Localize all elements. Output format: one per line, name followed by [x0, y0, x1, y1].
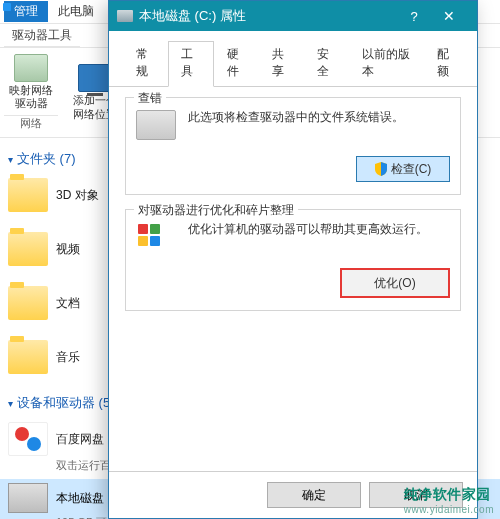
folders-header-label: 文件夹 (7): [17, 150, 76, 168]
item-label: 百度网盘: [56, 431, 104, 448]
chevron-down-icon: ▾: [8, 398, 13, 409]
tab-security[interactable]: 安全: [304, 41, 349, 86]
tab-tools[interactable]: 工具: [168, 41, 213, 87]
drive-icon: [117, 10, 133, 22]
ribbon-subtab-drivetools[interactable]: 驱动器工具: [4, 25, 80, 47]
folder-icon: [8, 286, 48, 320]
check-button[interactable]: 检查(C): [356, 156, 450, 182]
tab-sharing[interactable]: 共享: [259, 41, 304, 86]
ribbon-context-label: 此电脑: [48, 1, 104, 22]
tab-general[interactable]: 常规: [123, 41, 168, 86]
baidu-icon: [8, 422, 48, 456]
dialog-pane: 查错 此选项将检查驱动器中的文件系统错误。 检查(C) 对驱动器进行优化和碎片整…: [109, 87, 477, 471]
drive-icon: [14, 54, 48, 82]
folder-icon: [8, 178, 48, 212]
dialog-tabs: 常规 工具 硬件 共享 安全 以前的版本 配额: [109, 31, 477, 87]
check-text: 此选项将检查驱动器中的文件系统错误。: [188, 108, 450, 127]
drive-icon: [8, 483, 48, 513]
help-button[interactable]: ?: [399, 9, 429, 24]
item-label: 音乐: [56, 349, 80, 366]
optimize-button[interactable]: 优化(O): [340, 268, 450, 298]
optimize-text: 优化计算机的驱动器可以帮助其更高效运行。: [188, 220, 450, 239]
optimize-group: 对驱动器进行优化和碎片整理 优化计算机的驱动器可以帮助其更高效运行。 优化(O): [125, 209, 461, 311]
dialog-title: 本地磁盘 (C:) 属性: [139, 7, 246, 25]
optimize-button-label: 优化(O): [374, 275, 415, 292]
hdd-icon: [136, 110, 176, 140]
shield-icon: [375, 162, 387, 176]
ok-button[interactable]: 确定: [267, 482, 361, 508]
defrag-icon: [136, 222, 176, 252]
check-legend: 查错: [134, 90, 166, 107]
dialog-titlebar[interactable]: 本地磁盘 (C:) 属性 ? ✕: [109, 1, 477, 31]
watermark-url: www.yidaimei.com: [404, 504, 494, 515]
devices-header-label: 设备和驱动器 (5): [17, 394, 115, 412]
watermark: 纯净软件家园 www.yidaimei.com: [404, 486, 494, 515]
ribbon-map-drive[interactable]: 映射网络驱动器 网络: [4, 54, 58, 131]
properties-dialog: 本地磁盘 (C:) 属性 ? ✕ 常规 工具 硬件 共享 安全 以前的版本 配额…: [108, 0, 478, 519]
folder-icon: [8, 340, 48, 374]
item-label: 文档: [56, 295, 80, 312]
folder-icon: [8, 232, 48, 266]
close-button[interactable]: ✕: [429, 8, 469, 24]
optimize-legend: 对驱动器进行优化和碎片整理: [134, 202, 298, 219]
ribbon-section-label: 网络: [4, 115, 58, 131]
tab-quota[interactable]: 配额: [424, 41, 469, 86]
tab-previous[interactable]: 以前的版本: [349, 41, 423, 86]
item-label: 视频: [56, 241, 80, 258]
check-group: 查错 此选项将检查驱动器中的文件系统错误。 检查(C): [125, 97, 461, 195]
tab-hardware[interactable]: 硬件: [214, 41, 259, 86]
check-button-label: 检查(C): [391, 161, 432, 178]
pc-icon: [78, 64, 112, 92]
chevron-down-icon: ▾: [8, 154, 13, 165]
ribbon-map-drive-label: 映射网络驱动器: [4, 84, 58, 110]
watermark-brand: 纯净软件家园: [404, 486, 491, 502]
item-label: 3D 对象: [56, 187, 99, 204]
